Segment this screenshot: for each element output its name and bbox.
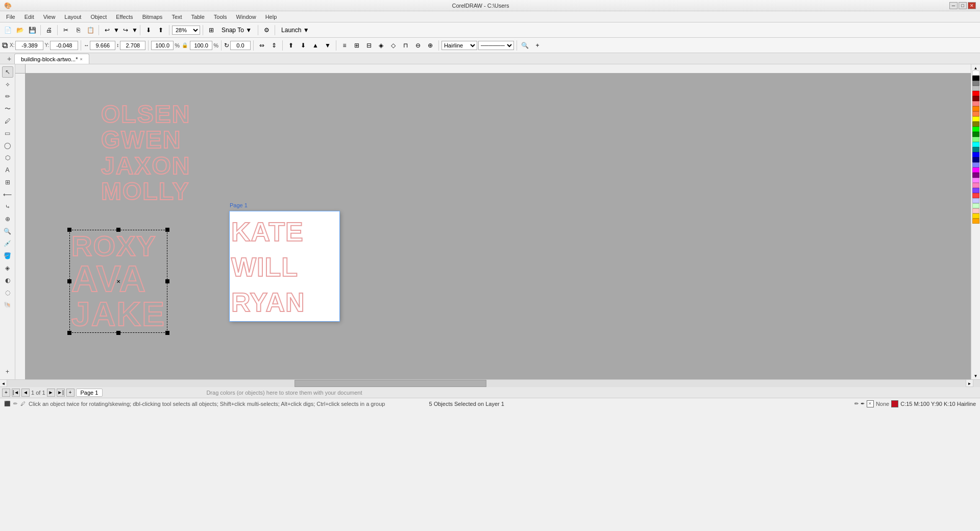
handle-bc[interactable] xyxy=(116,331,120,335)
rotation-input[interactable] xyxy=(230,41,251,50)
transparency-tool[interactable]: ◌ xyxy=(2,287,13,298)
dimension-tool[interactable]: ⟵ xyxy=(2,189,13,200)
shape-tool[interactable]: ⟡ xyxy=(2,79,13,90)
edit-fill-btn[interactable]: ✏ xyxy=(854,401,859,406)
menu-file[interactable]: File xyxy=(2,13,19,21)
snap-to-btn[interactable]: Snap To ▼ xyxy=(218,25,255,36)
to-back-btn[interactable]: ⬇ xyxy=(298,40,309,51)
handle-tl[interactable] xyxy=(67,228,71,232)
page-next-btn[interactable]: ► xyxy=(47,389,55,397)
undo-btn[interactable]: ↩ xyxy=(102,25,113,36)
new-tab-btn[interactable]: + xyxy=(4,54,14,64)
h-pct-input[interactable] xyxy=(190,41,212,50)
redo-btn[interactable]: ↪ xyxy=(120,25,131,36)
hscroll-thumb[interactable] xyxy=(295,380,486,387)
page-first-btn[interactable]: |◄ xyxy=(12,389,20,397)
break-btn[interactable]: ◇ xyxy=(388,40,399,51)
crop-tool[interactable]: ⊕ xyxy=(2,213,13,225)
menu-tools[interactable]: Tools xyxy=(210,13,231,21)
handle-tc[interactable] xyxy=(116,228,120,232)
open-btn[interactable]: 📂 xyxy=(14,25,26,36)
palette-scroll-up[interactable]: ▲ xyxy=(972,65,980,70)
menu-window[interactable]: Window xyxy=(232,13,260,21)
flip-v-btn[interactable]: ⇕ xyxy=(268,40,280,51)
polygon-tool[interactable]: ⬡ xyxy=(2,152,13,163)
swatch-cyan[interactable] xyxy=(972,142,979,147)
print-btn[interactable]: 🖨 xyxy=(43,25,55,36)
page-new-btn[interactable]: + xyxy=(66,389,75,397)
shadow-tool[interactable]: ◐ xyxy=(2,275,13,286)
save-btn[interactable]: 💾 xyxy=(27,25,38,36)
swatch-peach[interactable] xyxy=(972,111,979,116)
menu-help[interactable]: Help xyxy=(261,13,281,21)
launch-btn[interactable]: Launch ▼ xyxy=(278,25,313,36)
import-btn[interactable]: ⬇ xyxy=(143,25,154,36)
menu-object[interactable]: Object xyxy=(86,13,111,21)
handle-tr[interactable] xyxy=(165,228,169,232)
connector-tool[interactable]: ⤷ xyxy=(2,201,13,212)
line-style-select[interactable]: Hairline 0.5pt 1pt xyxy=(442,41,477,50)
to-front-btn[interactable]: ⬆ xyxy=(285,40,297,51)
redo-arrow-btn[interactable]: ▼ xyxy=(132,25,137,36)
edit-stroke-btn[interactable]: ✒ xyxy=(861,401,865,406)
menu-text[interactable]: Text xyxy=(167,13,186,21)
swatch-darkred[interactable] xyxy=(972,96,979,101)
menu-effects[interactable]: Effects xyxy=(112,13,137,21)
swatch-hotpink[interactable] xyxy=(972,183,979,188)
ungroup-btn[interactable]: ⊟ xyxy=(363,40,375,51)
swatch-lightblue[interactable] xyxy=(972,162,979,167)
swatch-teal[interactable] xyxy=(972,147,979,152)
x-input[interactable] xyxy=(15,41,43,50)
swatch-gray1[interactable] xyxy=(972,81,979,86)
document-tab[interactable]: building-block-artwo...* × xyxy=(14,54,89,64)
page-last-btn[interactable]: ►| xyxy=(57,389,65,397)
snap-settings-btn[interactable]: ⚙ xyxy=(261,25,272,36)
handle-mr[interactable] xyxy=(165,279,169,283)
export-btn[interactable]: ⬆ xyxy=(155,25,166,36)
back-one-btn[interactable]: ▼ xyxy=(322,40,333,51)
swatch-darkorange[interactable] xyxy=(972,219,979,224)
swatch-white[interactable] xyxy=(972,70,979,76)
menu-table[interactable]: Table xyxy=(187,13,209,21)
w-input[interactable] xyxy=(90,41,115,50)
page-prev-btn[interactable]: ◄ xyxy=(21,389,30,397)
swatch-orange[interactable] xyxy=(972,106,979,111)
layer-pen-btn[interactable]: 🖊 xyxy=(20,401,26,406)
swatch-red[interactable] xyxy=(972,91,979,96)
align-btn[interactable]: ≡ xyxy=(339,40,350,51)
menu-edit[interactable]: Edit xyxy=(20,13,38,21)
swatch-purple[interactable] xyxy=(972,173,979,178)
swatch-blush[interactable] xyxy=(972,208,979,213)
zoom-in-canvas-btn[interactable]: 🔍 xyxy=(520,40,531,51)
line-color-select[interactable]: ────── xyxy=(478,41,514,50)
snap-options-btn[interactable]: ⊞ xyxy=(206,25,217,36)
y-input[interactable] xyxy=(50,41,78,50)
fwd-one-btn[interactable]: ▲ xyxy=(310,40,321,51)
hscroll-left-btn[interactable]: ◄ xyxy=(0,380,7,387)
stroke-color-indicator[interactable] xyxy=(891,400,898,407)
new-btn[interactable]: 📄 xyxy=(2,25,13,36)
eyedropper-tool[interactable]: 💉 xyxy=(2,238,13,249)
handle-bl[interactable] xyxy=(67,331,71,335)
h-input[interactable] xyxy=(120,41,145,50)
distort-tool[interactable]: 🐚 xyxy=(2,299,13,310)
hscroll-right-btn[interactable]: ► xyxy=(966,380,973,387)
swatch-blue[interactable] xyxy=(972,152,979,157)
weld-btn[interactable]: ⊕ xyxy=(425,40,436,51)
swatch-gray2[interactable] xyxy=(972,86,979,91)
palette-scroll-down[interactable]: ▼ xyxy=(972,373,980,378)
swatch-olive[interactable] xyxy=(972,122,979,127)
cut-btn[interactable]: ✂ xyxy=(60,25,71,36)
menu-view[interactable]: View xyxy=(39,13,60,21)
handle-br[interactable] xyxy=(165,331,169,335)
rectangle-tool[interactable]: ▭ xyxy=(2,128,13,139)
fill-tool[interactable]: 🪣 xyxy=(2,250,13,261)
swatch-green[interactable] xyxy=(972,132,979,137)
paste-btn[interactable]: 📋 xyxy=(85,25,96,36)
more-options-btn[interactable]: + xyxy=(532,40,543,51)
flip-h-btn[interactable]: ⇔ xyxy=(256,40,267,51)
swatch-magenta[interactable] xyxy=(972,167,979,173)
menu-layout[interactable]: Layout xyxy=(60,13,85,21)
intersect-btn[interactable]: ⊓ xyxy=(400,40,411,51)
swatch-pink[interactable] xyxy=(972,178,979,183)
